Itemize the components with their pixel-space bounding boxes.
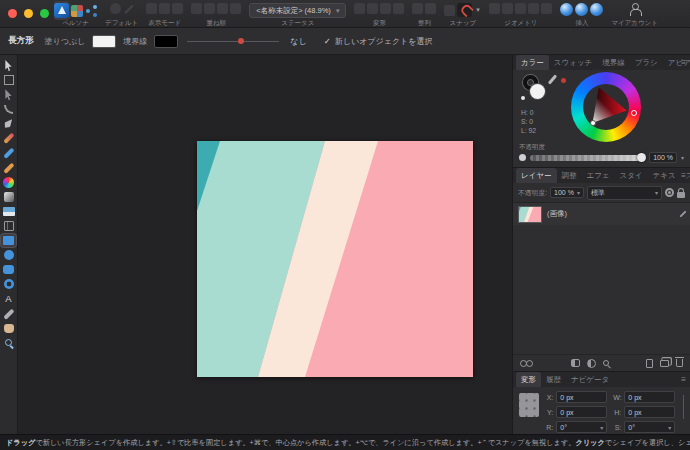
slider-knob[interactable] [238,38,244,44]
style-picker-tool[interactable] [1,307,16,320]
blend-mode-dropdown[interactable]: 標準 ▾ [587,186,662,200]
snapping-presets-icon[interactable] [444,5,455,16]
w-input[interactable]: 0 px [624,391,675,403]
fill-gradient-tool[interactable] [1,176,16,189]
layers-panel-tab-4[interactable]: テキス [648,168,681,183]
boolean-subtract-icon[interactable] [502,3,513,14]
add-layer-icon[interactable] [646,359,653,368]
shear-input[interactable]: 0°▾ [624,421,675,433]
document[interactable] [197,141,473,377]
delete-layer-icon[interactable] [676,359,683,367]
hue-marker[interactable] [631,110,637,116]
sync-defaults-icon[interactable] [110,3,121,14]
fill-color-swatch[interactable] [92,35,116,48]
snapping-magnet-icon[interactable] [457,3,472,17]
corner-tool[interactable] [1,103,16,116]
lock-icon[interactable] [677,192,685,198]
saturation-lightness-marker[interactable] [590,120,596,126]
color-panel-tab-3[interactable]: ブラシ [630,55,663,70]
view-mode-split-icon[interactable] [172,3,183,14]
select-new-object-checkbox[interactable]: ✓ 新しいオブジェクトを選択 [324,36,433,47]
x-input[interactable]: 0 px [556,391,607,403]
color-panel-tab-0[interactable]: カラー [516,55,549,70]
layers-panel-tab-1[interactable]: 調整 [557,168,582,183]
ellipse-tool[interactable] [1,249,16,262]
align-icon[interactable] [412,3,423,14]
donut-tool[interactable] [1,278,16,291]
gear-icon[interactable] [665,188,674,197]
insert-on-top-icon[interactable] [590,3,603,16]
aspect-link-icon[interactable] [681,395,684,419]
view-tool[interactable] [1,322,16,335]
boolean-divide-icon[interactable] [528,3,539,14]
layer-opacity-dropdown[interactable]: 100 % ▾ [550,187,584,198]
boolean-intersect-icon[interactable] [515,3,526,14]
opacity-value[interactable]: 100 % [649,152,677,163]
move-to-back-icon[interactable] [230,3,241,14]
transform-panel-tab-0[interactable]: 変形 [516,372,541,387]
revert-defaults-icon[interactable] [123,3,134,14]
export-persona-icon[interactable] [85,5,97,17]
transform-panel-menu-icon[interactable]: ≡ [681,372,686,387]
layers-panel-menu-icon[interactable]: ≡ [681,168,686,183]
vector-crop-tool[interactable] [1,220,16,233]
live-filter-icon[interactable] [603,360,609,366]
move-backward-icon[interactable] [217,3,228,14]
flip-vertical-icon[interactable] [367,3,378,14]
rotate-ccw-icon[interactable] [380,3,391,14]
account-icon[interactable] [629,3,641,15]
boolean-combine-icon[interactable] [541,3,552,14]
layer-name[interactable]: (画像) [547,209,676,219]
canvas-area[interactable] [18,55,512,434]
distribute-icon[interactable] [425,3,436,14]
stroke-width-slider[interactable] [187,35,279,48]
rounded-rectangle-tool[interactable] [1,263,16,276]
move-forward-icon[interactable] [204,3,215,14]
stroke-color-swatch[interactable] [154,35,178,48]
close-button[interactable] [8,9,17,18]
anchor-point-selector[interactable] [519,393,539,417]
opacity-slider[interactable] [530,155,645,161]
snapping-dropdown-icon[interactable]: ▾ [474,6,481,14]
document-title-dropdown[interactable]: <名称未設定> (48.9%)▾ [249,3,346,18]
paint-brush-tool[interactable] [1,161,16,174]
document-image[interactable] [197,141,473,377]
color-panel-tab-1[interactable]: スウォッチ [549,55,597,70]
layers-panel-tab-0[interactable]: レイヤー [516,168,557,183]
adjustment-layer-icon[interactable] [587,359,596,368]
swap-colors-dot[interactable] [521,96,525,100]
group-layers-icon[interactable] [660,360,669,367]
pen-tool[interactable] [1,117,16,130]
layer-row[interactable]: (画像) [513,203,690,225]
move-to-front-icon[interactable] [191,3,202,14]
boolean-add-icon[interactable] [489,3,500,14]
artistic-text-tool[interactable]: A [1,293,16,306]
opacity-none-dot[interactable] [519,154,526,161]
color-panel-menu-icon[interactable]: ≡ [681,55,686,70]
eyedropper-icon[interactable] [548,74,557,84]
opacity-slider-knob[interactable] [637,153,646,162]
rectangle-tool[interactable] [1,234,16,247]
fullscreen-button[interactable] [40,9,49,18]
h-input[interactable]: 0 px [624,406,675,418]
place-image-tool[interactable] [1,205,16,218]
rotation-input[interactable]: 0°▾ [556,421,607,433]
view-mode-pixel-icon[interactable] [159,3,170,14]
opacity-stepper-icon[interactable]: ▾ [681,154,684,161]
rotate-cw-icon[interactable] [393,3,404,14]
flip-horizontal-icon[interactable] [354,3,365,14]
designer-persona-icon[interactable] [54,3,69,18]
vector-brush-tool[interactable] [1,147,16,160]
edit-all-layers-icon[interactable] [520,360,533,366]
minimize-button[interactable] [24,9,33,18]
zoom-tool[interactable] [1,336,16,349]
pixel-persona-icon[interactable] [71,5,83,17]
mask-layer-icon[interactable] [571,359,580,367]
stroke-width-value[interactable]: なし [286,35,310,48]
y-input[interactable]: 0 px [556,406,607,418]
color-panel-tab-2[interactable]: 境界線 [597,55,630,70]
layers-panel-tab-3[interactable]: スタイ [615,168,648,183]
transform-panel-tab-2[interactable]: ナビゲータ [566,372,614,387]
view-mode-vector-icon[interactable] [146,3,157,14]
transparency-tool[interactable] [1,190,16,203]
